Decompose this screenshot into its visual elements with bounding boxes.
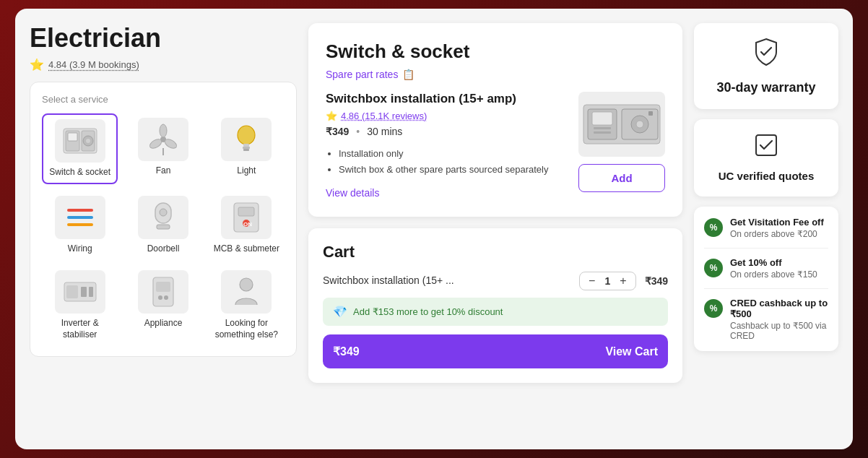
wiring-icon xyxy=(55,196,105,239)
percent-badge: % xyxy=(704,259,723,277)
product-duration: 30 mins xyxy=(367,126,402,137)
offers-card: %Get Visitation Fee offOn orders above ₹… xyxy=(694,207,838,351)
left-panel: Electrician ⭐ 4.84 (3.9 M bookings) Sele… xyxy=(30,23,297,435)
product-rating-text[interactable]: 4.86 (15.1K reviews) xyxy=(341,111,427,121)
offer-divider xyxy=(704,288,828,289)
qty-decrease-button[interactable]: − xyxy=(587,275,596,287)
svg-rect-36 xyxy=(592,112,612,125)
product-bullet: Installation only xyxy=(339,146,567,162)
warranty-card: 30-day warranty xyxy=(694,23,838,109)
svg-point-7 xyxy=(160,124,167,137)
svg-rect-22 xyxy=(238,207,254,216)
rating-row: ⭐ 4.84 (3.9 M bookings) xyxy=(30,58,297,72)
view-details-link[interactable]: View details xyxy=(326,187,379,199)
svg-rect-12 xyxy=(243,144,249,147)
svg-point-41 xyxy=(636,121,643,128)
svg-rect-20 xyxy=(157,225,170,229)
looking-icon xyxy=(221,270,272,314)
service-detail-title: Switch & socket xyxy=(326,40,665,63)
offer-divider xyxy=(704,248,828,249)
offer-item-2: %CRED cashback up to ₹500Cashback up to … xyxy=(704,298,828,341)
right-panel: 30-day warranty UC verified quotes %Get … xyxy=(694,23,838,435)
offer-title: Get 10% off xyxy=(730,257,817,268)
service-item-fan[interactable]: Fan xyxy=(125,113,201,184)
offer-text-block: Get 10% offOn orders above ₹150 xyxy=(730,257,817,280)
service-item-switch-socket[interactable]: Switch & socket xyxy=(42,113,118,184)
qty-increase-button[interactable]: + xyxy=(618,275,628,287)
service-item-appliance[interactable]: Appliance xyxy=(125,266,201,345)
switch-socket-icon xyxy=(55,119,105,163)
service-item-inverter[interactable]: Inverter & stabiliser xyxy=(42,266,118,345)
light-icon xyxy=(221,118,272,161)
doorbell-label: Doorbell xyxy=(147,243,180,255)
cart-title: Cart xyxy=(323,243,668,262)
service-detail-card: Switch & socket Spare part rates 📋 Switc… xyxy=(308,23,682,217)
cart-item-name: Switchbox installation (15+ ... xyxy=(323,274,570,288)
qty-control: − 1 + xyxy=(579,272,636,290)
document-icon: 📋 xyxy=(402,69,415,80)
warranty-text: 30-day warranty xyxy=(706,79,827,96)
product-bullet: Switch box & other spare parts sourced s… xyxy=(339,162,567,178)
svg-rect-27 xyxy=(81,287,87,297)
offer-text-block: CRED cashback up to ₹500Cashback up to ₹… xyxy=(730,298,828,341)
percent-badge: % xyxy=(704,299,723,318)
product-info: Switchbox installation (15+ amp) ⭐ 4.86 … xyxy=(326,92,567,199)
spare-parts-label: Spare part rates xyxy=(326,69,398,80)
service-item-mcb[interactable]: ONMCB & submeter xyxy=(209,191,285,259)
service-item-wiring[interactable]: Wiring xyxy=(42,191,118,259)
shield-icon xyxy=(706,36,827,74)
svg-point-33 xyxy=(240,278,253,291)
uc-verified-card: UC verified quotes xyxy=(694,119,838,196)
qty-value: 1 xyxy=(602,275,612,287)
view-cart-button[interactable]: ₹349 View Cart xyxy=(323,334,668,368)
uc-verified-text: UC verified quotes xyxy=(706,169,827,183)
main-container: Electrician ⭐ 4.84 (3.9 M bookings) Sele… xyxy=(15,9,853,449)
product-star-icon: ⭐ xyxy=(326,111,337,121)
offer-subtitle: On orders above ₹200 xyxy=(730,229,824,239)
add-button[interactable]: Add xyxy=(578,164,665,192)
page-title: Electrician xyxy=(30,23,297,53)
svg-rect-43 xyxy=(756,135,776,155)
svg-rect-28 xyxy=(89,287,93,297)
offer-subtitle: Cashback up to ₹500 via CRED xyxy=(730,321,828,341)
fan-icon xyxy=(138,118,188,161)
product-row: Switchbox installation (15+ amp) ⭐ 4.86 … xyxy=(326,92,665,199)
svg-rect-2 xyxy=(68,133,77,141)
discount-banner: 💎 Add ₹153 more to get 10% discount xyxy=(323,298,668,326)
gem-icon: 💎 xyxy=(333,305,347,319)
star-icon: ⭐ xyxy=(30,58,44,72)
switch-socket-label: Switch & socket xyxy=(49,167,110,178)
svg-rect-26 xyxy=(66,285,78,298)
service-item-looking[interactable]: Looking for something else? xyxy=(209,266,285,345)
doorbell-icon xyxy=(138,196,188,239)
service-item-doorbell[interactable]: Doorbell xyxy=(125,191,201,259)
appliance-icon xyxy=(138,270,188,314)
cart-item-row: Switchbox installation (15+ ... − 1 + ₹3… xyxy=(323,272,668,290)
switch-socket-image xyxy=(582,99,661,150)
offer-item-1: %Get 10% offOn orders above ₹150 xyxy=(704,257,828,280)
svg-rect-42 xyxy=(648,111,653,116)
service-card: Select a service Switch & socketFanLight… xyxy=(30,82,297,357)
offer-title: CRED cashback up to ₹500 xyxy=(730,298,828,319)
offer-text-block: Get Visitation Fee offOn orders above ₹2… xyxy=(730,217,824,239)
appliance-label: Appliance xyxy=(144,318,183,329)
mcb-label: MCB & submeter xyxy=(214,243,279,255)
dot-separator: • xyxy=(356,126,360,137)
inverter-icon xyxy=(55,270,105,314)
svg-point-31 xyxy=(158,295,162,300)
spare-parts-link[interactable]: Spare part rates 📋 xyxy=(326,69,665,80)
select-label: Select a service xyxy=(42,94,285,105)
svg-rect-13 xyxy=(243,147,250,149)
discount-text: Add ₹153 more to get 10% discount xyxy=(353,306,503,317)
cart-card: Cart Switchbox installation (15+ ... − 1… xyxy=(308,228,682,383)
view-cart-price: ₹349 xyxy=(333,345,360,358)
svg-point-5 xyxy=(86,139,90,143)
svg-point-32 xyxy=(164,295,168,300)
wiring-label: Wiring xyxy=(68,243,92,255)
service-item-light[interactable]: Light xyxy=(209,113,285,184)
mcb-icon: ON xyxy=(221,196,272,239)
product-bullets: Installation onlySwitch box & other spar… xyxy=(326,146,567,178)
svg-text:ON: ON xyxy=(243,221,252,228)
offer-item-0: %Get Visitation Fee offOn orders above ₹… xyxy=(704,217,828,239)
percent-badge: % xyxy=(704,218,723,237)
